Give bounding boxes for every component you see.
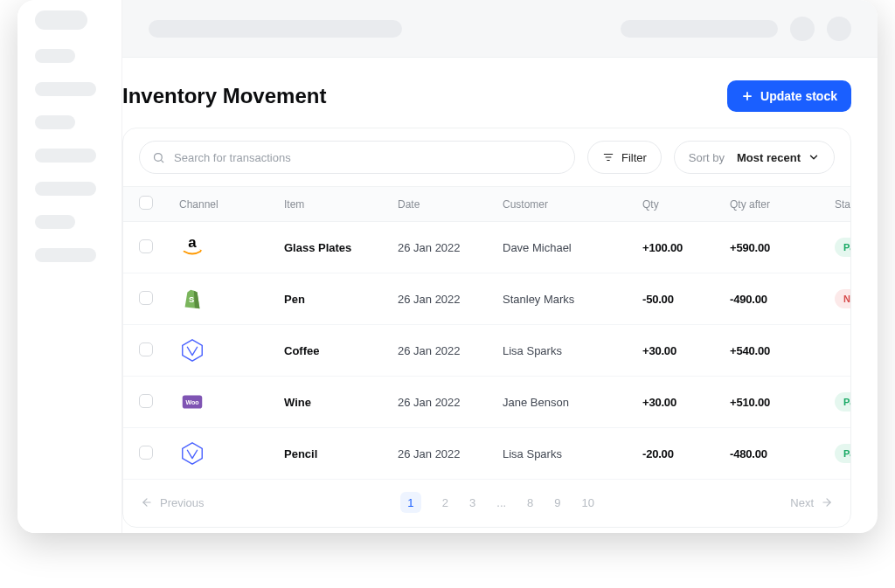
svg-text:S: S xyxy=(189,295,194,304)
svg-point-2 xyxy=(155,153,163,161)
update-stock-button[interactable]: Update stock xyxy=(727,80,851,112)
table-row[interactable]: aGlass Plates26 Jan 2022Dave Michael+100… xyxy=(123,222,850,273)
sidebar-item-placeholder[interactable] xyxy=(35,149,96,163)
channel-amazon-icon: a xyxy=(179,234,205,260)
cell-qty-after: -490.00 xyxy=(730,293,835,306)
status-badge: Paid xyxy=(835,238,851,257)
status-badge: Paid xyxy=(835,392,851,412)
cell-item: Glass Plates xyxy=(284,241,398,254)
col-qty: Qty xyxy=(642,198,730,211)
search-input[interactable] xyxy=(174,151,562,164)
sidebar-logo-placeholder xyxy=(35,10,87,30)
cell-date: 26 Jan 2022 xyxy=(398,447,503,460)
cell-item: Pen xyxy=(284,293,398,306)
cell-qty: -20.00 xyxy=(642,447,730,460)
arrow-right-icon xyxy=(821,496,833,508)
table-row[interactable]: SPen26 Jan 2022Stanley Marks-50.00-490.0… xyxy=(123,273,850,325)
page-ellipsis: ... xyxy=(496,496,506,509)
col-item: Item xyxy=(284,198,398,211)
cell-item: Pencil xyxy=(284,447,398,460)
update-stock-label: Update stock xyxy=(760,89,837,103)
cell-qty-after: -480.00 xyxy=(730,447,835,460)
cell-date: 26 Jan 2022 xyxy=(398,344,503,357)
cell-qty-after: +590.00 xyxy=(730,241,835,254)
content-area: Inventory Movement Update stock Filter xyxy=(122,0,878,533)
cell-qty: +100.00 xyxy=(642,241,730,254)
svg-text:Woo: Woo xyxy=(185,399,199,405)
svg-text:a: a xyxy=(188,234,197,251)
topbar-search-placeholder[interactable] xyxy=(149,20,402,38)
cell-customer: Dave Michael xyxy=(503,241,642,254)
table-body: aGlass Plates26 Jan 2022Dave Michael+100… xyxy=(123,222,850,480)
sort-label: Sort by xyxy=(689,151,725,164)
col-channel: Channel xyxy=(179,198,284,211)
page-title: Inventory Movement xyxy=(122,84,326,108)
filter-icon xyxy=(602,151,614,163)
prev-page[interactable]: Previous xyxy=(141,496,205,509)
plus-icon xyxy=(741,90,753,102)
row-checkbox[interactable] xyxy=(139,342,153,356)
sidebar-item-placeholder[interactable] xyxy=(35,215,75,229)
cell-qty-after: +540.00 xyxy=(730,344,835,357)
page-number[interactable]: 2 xyxy=(442,496,448,509)
table-header: Channel Item Date Customer Qty Qty after… xyxy=(123,186,850,222)
page-number[interactable]: 10 xyxy=(582,496,594,509)
cell-customer: Lisa Sparks xyxy=(503,344,642,357)
cell-date: 26 Jan 2022 xyxy=(398,396,503,409)
status-badge: Paid xyxy=(835,444,851,463)
cell-date: 26 Jan 2022 xyxy=(398,241,503,254)
svg-line-3 xyxy=(161,160,163,163)
filter-button[interactable]: Filter xyxy=(587,141,662,174)
channel-shopify-icon: S xyxy=(179,286,205,312)
sidebar-item-placeholder[interactable] xyxy=(35,248,96,262)
page-number[interactable]: 3 xyxy=(469,496,475,509)
cell-customer: Jane Benson xyxy=(503,396,642,409)
channel-woo-icon: Woo xyxy=(179,389,205,415)
col-qty-after: Qty after xyxy=(730,198,835,211)
cell-qty: -50.00 xyxy=(642,293,730,306)
topbar xyxy=(122,0,878,58)
cell-item: Coffee xyxy=(284,344,398,357)
cell-customer: Lisa Sparks xyxy=(503,447,642,460)
search-input-wrapper[interactable] xyxy=(139,141,575,174)
cell-item: Wine xyxy=(284,396,398,409)
row-checkbox[interactable] xyxy=(139,394,153,408)
cell-customer: Stanley Marks xyxy=(503,293,642,306)
sort-button[interactable]: Sort by Most recent xyxy=(674,141,835,174)
sidebar-item-placeholder[interactable] xyxy=(35,82,96,96)
row-checkbox[interactable] xyxy=(139,446,153,460)
table-row[interactable]: Pencil26 Jan 2022Lisa Sparks-20.00-480.0… xyxy=(123,428,850,480)
channel-veeqo-icon xyxy=(179,440,205,467)
pagination: Previous 123...8910 Next xyxy=(123,480,850,527)
sidebar-item-placeholder[interactable] xyxy=(35,182,96,196)
transactions-card: Filter Sort by Most recent Channel Item … xyxy=(122,128,851,528)
channel-veeqo-icon xyxy=(179,337,205,363)
search-icon xyxy=(152,151,165,164)
page-number[interactable]: 1 xyxy=(400,492,421,513)
row-checkbox[interactable] xyxy=(139,239,153,253)
sidebar-item-placeholder[interactable] xyxy=(35,115,75,129)
status-badge: Not paid xyxy=(835,289,851,308)
table-row[interactable]: Coffee26 Jan 2022Lisa Sparks+30.00+540.0… xyxy=(123,325,850,377)
filter-label: Filter xyxy=(621,151,647,164)
cell-date: 26 Jan 2022 xyxy=(398,293,503,306)
app-frame: Inventory Movement Update stock Filter xyxy=(17,0,878,533)
page-number[interactable]: 8 xyxy=(527,496,533,509)
page-number[interactable]: 9 xyxy=(554,496,560,509)
col-customer: Customer xyxy=(503,198,642,211)
arrow-left-icon xyxy=(141,496,153,508)
topbar-action-placeholder[interactable] xyxy=(621,20,778,38)
card-toolbar: Filter Sort by Most recent xyxy=(123,128,850,186)
topbar-avatar-placeholder[interactable] xyxy=(827,17,851,41)
select-all-checkbox[interactable] xyxy=(139,196,153,210)
next-page[interactable]: Next xyxy=(790,496,833,509)
row-checkbox[interactable] xyxy=(139,291,153,305)
sidebar-item-placeholder[interactable] xyxy=(35,49,75,63)
table-row[interactable]: WooWine26 Jan 2022Jane Benson+30.00+510.… xyxy=(123,377,850,428)
title-bar: Inventory Movement Update stock xyxy=(122,75,851,128)
page-numbers: 123...8910 xyxy=(400,492,594,513)
cell-qty: +30.00 xyxy=(642,396,730,409)
topbar-icon-placeholder[interactable] xyxy=(790,17,815,41)
col-status: Status xyxy=(835,198,851,211)
sort-value: Most recent xyxy=(737,151,801,164)
